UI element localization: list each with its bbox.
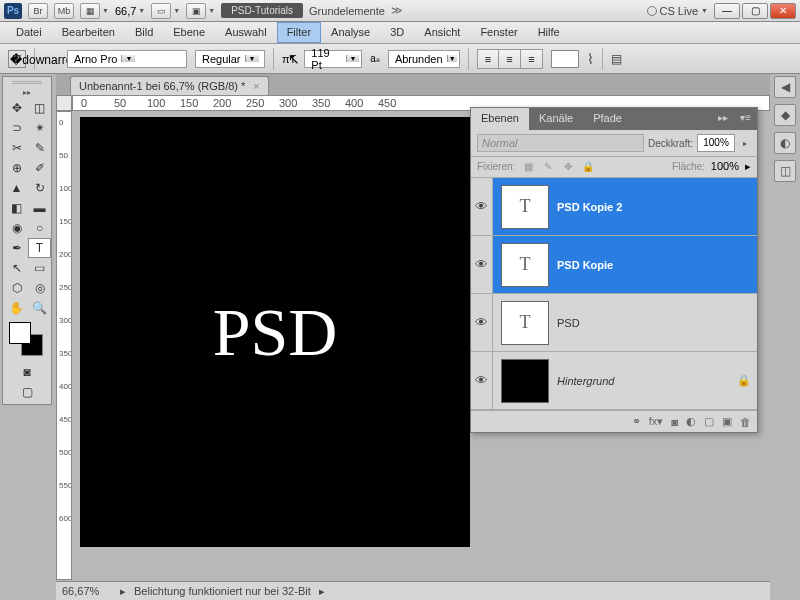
ruler-origin[interactable] [56, 95, 72, 111]
menu-analyse[interactable]: Analyse [321, 22, 380, 43]
eraser-tool[interactable]: ◧ [5, 198, 28, 218]
color-panel-icon[interactable]: ◆ [774, 104, 796, 126]
status-menu-icon[interactable]: ▸ [319, 585, 325, 598]
close-button[interactable]: ✕ [770, 3, 796, 19]
align-left-button[interactable]: ≡ [477, 49, 499, 69]
document-tab[interactable]: Unbenannt-1 bei 66,7% (RGB/8) * × [70, 76, 269, 95]
maximize-button[interactable]: ▢ [742, 3, 768, 19]
view-mode-dropdown[interactable]: ▦▼ [80, 3, 109, 19]
shape-tool[interactable]: ▭ [28, 258, 51, 278]
layer-name[interactable]: Hintergrund [557, 375, 737, 387]
panel-menu-button[interactable]: ▾≡ [734, 108, 757, 130]
dodge-tool[interactable]: ○ [28, 218, 51, 238]
font-weight-dropdown[interactable]: Regular▼ [195, 50, 265, 68]
opacity-slider-button[interactable]: ▸ [739, 139, 751, 148]
cs-live-button[interactable]: CS Live▼ [647, 5, 708, 17]
visibility-icon[interactable]: 👁 [471, 294, 493, 351]
lock-position-icon[interactable]: ✥ [561, 159, 575, 173]
3d-tool[interactable]: ⬡ [5, 278, 28, 298]
menu-ansicht[interactable]: Ansicht [414, 22, 470, 43]
eyedropper-tool[interactable]: ✎ [28, 138, 51, 158]
font-family-dropdown[interactable]: Arno Pro▼ [67, 50, 187, 68]
close-tab-icon[interactable]: × [253, 80, 259, 92]
opacity-input[interactable]: 100% [697, 134, 735, 152]
layer-mask-icon[interactable]: ◙ [671, 416, 678, 428]
layer-name[interactable]: PSD Kopie 2 [557, 201, 757, 213]
healing-tool[interactable]: ⊕ [5, 158, 28, 178]
collapse-panel-button[interactable]: ▸▸ [712, 108, 734, 130]
layer-thumbnail[interactable]: T [501, 243, 549, 287]
expand-dock-button[interactable]: ◀ [774, 76, 796, 98]
panel-grip[interactable] [5, 79, 49, 87]
font-size-dropdown[interactable]: 119 Pt▼ [304, 50, 362, 68]
layer-thumbnail[interactable] [501, 359, 549, 403]
layer-row[interactable]: 👁TPSD Kopie 2 [471, 178, 757, 236]
lock-transparent-icon[interactable]: ▦ [521, 159, 535, 173]
status-zoom[interactable]: 66,67% [62, 585, 112, 597]
foreground-swatch[interactable] [9, 322, 31, 344]
warp-text-button[interactable]: ⌇ [587, 51, 594, 67]
lock-pixels-icon[interactable]: ✎ [541, 159, 555, 173]
fill-slider-button[interactable]: ▸ [745, 160, 751, 173]
layer-row[interactable]: 👁TPSD Kopie [471, 236, 757, 294]
layer-row[interactable]: 👁TPSD [471, 294, 757, 352]
quick-mask-button[interactable]: ◙ [5, 362, 49, 382]
text-color-swatch[interactable] [551, 50, 579, 68]
hand-tool[interactable]: ✋ [5, 298, 28, 318]
bridge-button[interactable]: Br [28, 3, 48, 19]
align-center-button[interactable]: ≡ [499, 49, 521, 69]
menu-datei[interactable]: Datei [6, 22, 52, 43]
marquee-tool[interactable]: ◫ [28, 98, 51, 118]
brush-tool[interactable]: ✐ [28, 158, 51, 178]
menu-fenster[interactable]: Fenster [470, 22, 527, 43]
layer-name[interactable]: PSD Kopie [557, 259, 757, 271]
layer-row[interactable]: 👁Hintergrund🔒 [471, 352, 757, 410]
type-tool[interactable]: T [28, 238, 51, 258]
zoom-tool[interactable]: 🔍 [28, 298, 51, 318]
layer-thumbnail[interactable]: T [501, 301, 549, 345]
layer-style-icon[interactable]: fx▾ [649, 415, 664, 428]
menu-ebene[interactable]: Ebene [163, 22, 215, 43]
menu-filter[interactable]: Filter [277, 22, 321, 43]
adjustment-layer-icon[interactable]: ◐ [686, 415, 696, 428]
tab-kanaele[interactable]: Kanäle [529, 108, 583, 130]
canvas-text-layer[interactable]: PSD [213, 293, 338, 372]
menu-bearbeiten[interactable]: Bearbeiten [52, 22, 125, 43]
menu-3d[interactable]: 3D [380, 22, 414, 43]
lock-all-icon[interactable]: 🔒 [581, 159, 595, 173]
minimize-button[interactable]: — [714, 3, 740, 19]
screen-mode-button[interactable]: ▢ [5, 382, 49, 402]
blend-mode-dropdown[interactable]: Normal [477, 134, 644, 152]
tab-ebenen[interactable]: Ebenen [471, 108, 529, 130]
align-right-button[interactable]: ≡ [521, 49, 543, 69]
lasso-tool[interactable]: ⊃ [5, 118, 28, 138]
visibility-icon[interactable]: 👁 [471, 352, 493, 409]
canvas[interactable]: PSD [80, 117, 470, 547]
path-select-tool[interactable]: ↖ [5, 258, 28, 278]
new-layer-icon[interactable]: ▣ [722, 415, 732, 428]
link-layers-icon[interactable]: ⚭ [632, 415, 641, 428]
menu-bild[interactable]: Bild [125, 22, 163, 43]
blur-tool[interactable]: ◉ [5, 218, 28, 238]
zoom-dropdown[interactable]: 66,7▼ [115, 5, 145, 17]
visibility-icon[interactable]: 👁 [471, 236, 493, 293]
move-tool[interactable]: ✥ [5, 98, 28, 118]
vertical-ruler[interactable]: 050100150200250300350400450500550600 [56, 111, 72, 580]
screen-mode-dropdown[interactable]: ▣▼ [186, 3, 215, 19]
crop-tool[interactable]: ✂ [5, 138, 28, 158]
menu-hilfe[interactable]: Hilfe [528, 22, 570, 43]
layer-group-icon[interactable]: ▢ [704, 415, 714, 428]
character-panel-button[interactable]: ▤ [611, 52, 622, 66]
menu-auswahl[interactable]: Auswahl [215, 22, 277, 43]
stamp-tool[interactable]: ▲ [5, 178, 28, 198]
delete-layer-icon[interactable]: 🗑 [740, 416, 751, 428]
history-brush-tool[interactable]: ↻ [28, 178, 51, 198]
tab-pfade[interactable]: Pfade [583, 108, 632, 130]
styles-panel-icon[interactable]: ◫ [774, 160, 796, 182]
antialias-dropdown[interactable]: Abrunden▼ [388, 50, 460, 68]
workspace-label[interactable]: Grundelemente [309, 5, 385, 17]
text-orientation-button[interactable]: �downarrow;T [43, 51, 59, 67]
workspace-button[interactable]: PSD-Tutorials [221, 3, 303, 18]
arrange-dropdown[interactable]: ▭▼ [151, 3, 180, 19]
layer-name[interactable]: PSD [557, 317, 757, 329]
